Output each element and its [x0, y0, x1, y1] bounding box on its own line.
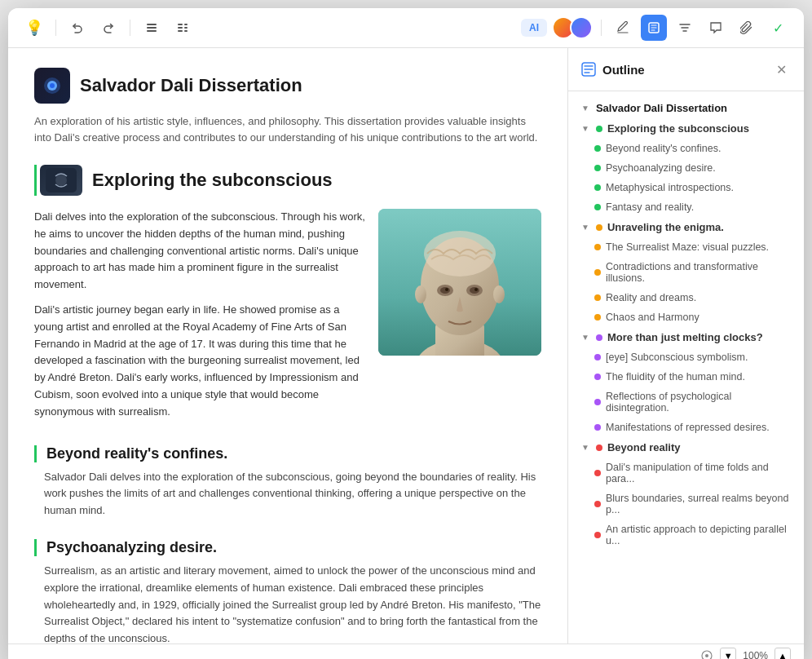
- outline-item-3[interactable]: Psychoanalyzing desire.: [568, 158, 804, 178]
- comment-btn[interactable]: [703, 15, 729, 41]
- svg-point-24: [445, 288, 448, 291]
- outline-item-7[interactable]: The Surrealist Maze: visual puzzles.: [568, 237, 804, 257]
- svg-point-27: [493, 285, 505, 303]
- two-col-layout: Dali delves into the exploration of the …: [34, 209, 541, 429]
- subsection-text-0: Salvador Dali delves into the exploratio…: [34, 469, 541, 520]
- outline-item-label-2: Beyond reality's confines.: [606, 143, 721, 154]
- outline-title: Outline: [602, 63, 645, 77]
- outline-dot-3: [594, 165, 601, 171]
- outline-item-label-19: An artistic approach to depicting parall…: [606, 524, 791, 546]
- filter-btn[interactable]: [672, 15, 698, 41]
- section-image: [40, 165, 82, 196]
- chevron-icon-6: ▼: [581, 223, 589, 232]
- outline-item-10[interactable]: Chaos and Harmony: [568, 307, 804, 327]
- separator-2: [130, 20, 130, 36]
- check-btn[interactable]: ✓: [765, 15, 791, 41]
- doc-subtitle: An exploration of his artistic style, in…: [34, 113, 540, 145]
- avatar-2: [570, 16, 593, 39]
- status-bar: ▼ 100% ▲: [8, 644, 804, 659]
- outline-dot-8: [594, 269, 601, 276]
- outline-item-16[interactable]: ▼Beyond reality: [568, 437, 804, 458]
- subsection-1: Psychoanalyzing desire. Surrealism, as a…: [34, 539, 541, 644]
- edit-icon-btn[interactable]: [610, 15, 636, 41]
- outline-item-18[interactable]: Blurs boundaries, surreal realms beyond …: [568, 489, 804, 520]
- outline-item-label-6: Unraveling the enigma.: [607, 221, 724, 233]
- outline-item-14[interactable]: Reflections of psychological disintegrat…: [568, 387, 804, 418]
- list-format-button[interactable]: [139, 15, 165, 41]
- attach-btn[interactable]: [734, 15, 760, 41]
- outline-item-17[interactable]: Dali's manipulation of time folds and pa…: [568, 458, 804, 489]
- format2-button[interactable]: [170, 15, 196, 41]
- intro-para-2: Dali's artistic journey began early in l…: [34, 302, 365, 421]
- chevron-icon-11: ▼: [581, 333, 589, 342]
- chevron-icon-0: ▼: [581, 104, 589, 113]
- subsection-0: Beyond reality's confines. Salvador Dali…: [34, 445, 541, 520]
- ai-button[interactable]: AI: [521, 19, 547, 37]
- svg-point-14: [55, 175, 67, 186]
- outline-dot-7: [594, 244, 601, 250]
- outline-item-12[interactable]: [eye] Subconscious symbolism.: [568, 347, 804, 367]
- outline-item-8[interactable]: Contradictions and transformative illusi…: [568, 257, 804, 288]
- outline-item-label-1: Exploring the subconscious: [607, 122, 749, 135]
- outline-item-label-17: Dali's manipulation of time folds and pa…: [606, 462, 791, 484]
- outline-item-label-5: Fantasy and reality.: [606, 201, 694, 213]
- svg-rect-8: [184, 30, 188, 32]
- outline-item-0[interactable]: ▼Salvador Dali Dissertation: [568, 98, 804, 118]
- outline-item-label-8: Contradictions and transformative illusi…: [606, 261, 791, 284]
- outline-dot-1: [596, 126, 602, 132]
- zoom-down-btn[interactable]: ▼: [720, 648, 736, 659]
- outline-item-label-18: Blurs boundaries, surreal realms beyond …: [606, 493, 791, 515]
- svg-point-12: [50, 83, 55, 88]
- outline-item-label-3: Psychoanalyzing desire.: [606, 162, 716, 174]
- outline-item-4[interactable]: Metaphysical introspections.: [568, 178, 804, 197]
- outline-item-19[interactable]: An artistic approach to depicting parall…: [568, 520, 804, 551]
- intro-para-1: Dali delves into the exploration of the …: [34, 209, 365, 294]
- outline-dot-10: [594, 314, 601, 321]
- outline-item-13[interactable]: The fluidity of the human mind.: [568, 367, 804, 387]
- section-heading-exploring: Exploring the subconscious: [34, 165, 541, 196]
- outline-dot-17: [594, 470, 601, 476]
- outline-body[interactable]: ▼Salvador Dali Dissertation▼Exploring th…: [568, 91, 804, 644]
- outline-item-1[interactable]: ▼Exploring the subconscious: [568, 118, 804, 139]
- doc-thumbnail: [34, 68, 70, 104]
- bulb-icon-btn[interactable]: 💡: [21, 15, 47, 41]
- outline-item-label-12: [eye] Subconscious symbolism.: [606, 352, 748, 363]
- outline-item-11[interactable]: ▼More than just melting clocks?: [568, 327, 804, 347]
- outline-item-6[interactable]: ▼Unraveling the enigma.: [568, 217, 804, 237]
- svg-point-26: [415, 285, 426, 303]
- outline-item-9[interactable]: Reality and dreams.: [568, 288, 804, 307]
- outline-dot-14: [594, 399, 601, 405]
- outline-dot-13: [594, 374, 601, 380]
- editor[interactable]: Salvador Dali Dissertation An exploratio…: [8, 48, 567, 644]
- outline-item-label-9: Reality and dreams.: [606, 292, 696, 303]
- zoom-up-btn[interactable]: ▲: [774, 648, 791, 659]
- undo-button[interactable]: [64, 15, 90, 41]
- outline-item-label-7: The Surrealist Maze: visual puzzles.: [606, 241, 769, 253]
- outline-item-label-15: Manifestations of repressed desires.: [606, 422, 770, 433]
- toolbar: 💡: [8, 8, 804, 48]
- zoom-label: 100%: [743, 650, 768, 659]
- section-title-exploring: Exploring the subconscious: [92, 170, 333, 191]
- redo-button[interactable]: [95, 15, 121, 41]
- toolbar-right: AI: [521, 15, 791, 41]
- outline-header: Outline ✕: [568, 48, 804, 91]
- outline-dot-19: [594, 532, 601, 538]
- outline-item-15[interactable]: Manifestations of repressed desires.: [568, 418, 804, 437]
- section-text: Dali delves into the exploration of the …: [34, 209, 365, 429]
- outline-dot-2: [594, 145, 601, 152]
- statue-image: [378, 209, 541, 356]
- outline-dot-9: [594, 294, 601, 301]
- outline-dot-6: [596, 224, 602, 231]
- outline-item-label-10: Chaos and Harmony: [606, 312, 699, 323]
- outline-dot-11: [596, 334, 602, 341]
- outline-item-2[interactable]: Beyond reality's confines.: [568, 139, 804, 158]
- outline-view-btn[interactable]: [641, 15, 667, 41]
- outline-item-label-13: The fluidity of the human mind.: [606, 371, 745, 383]
- subsection-title-0: Beyond reality's confines.: [34, 445, 541, 462]
- status-icon: [700, 649, 713, 659]
- main-content: Salvador Dali Dissertation An exploratio…: [8, 48, 804, 644]
- outline-item-5[interactable]: Fantasy and reality.: [568, 197, 804, 217]
- svg-rect-7: [178, 30, 183, 32]
- outline-item-label-14: Reflections of psychological disintegrat…: [606, 391, 791, 414]
- outline-close-btn[interactable]: ✕: [771, 60, 791, 79]
